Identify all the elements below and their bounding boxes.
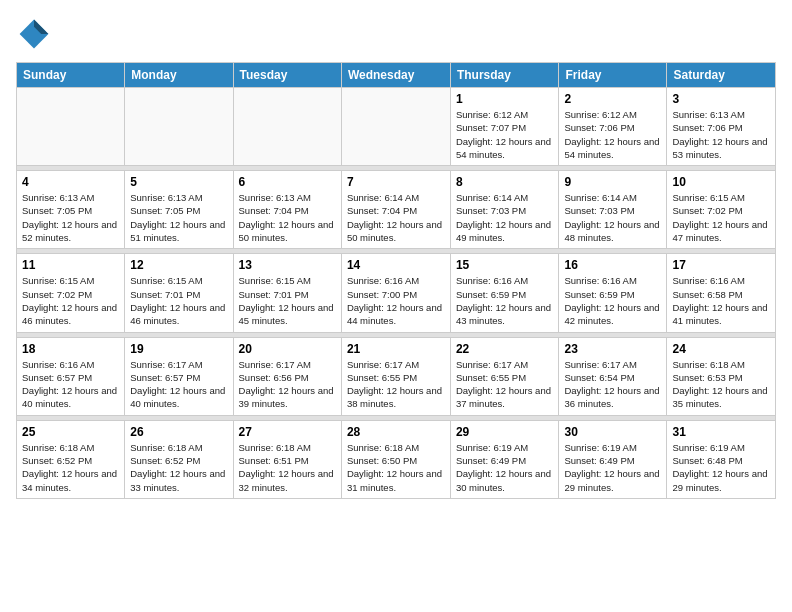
day-info: Sunrise: 6:13 AMSunset: 7:05 PMDaylight:…	[22, 191, 119, 244]
calendar-table: SundayMondayTuesdayWednesdayThursdayFrid…	[16, 62, 776, 499]
calendar-cell: 26Sunrise: 6:18 AMSunset: 6:52 PMDayligh…	[125, 420, 233, 498]
day-number: 14	[347, 258, 445, 272]
day-info: Sunrise: 6:14 AMSunset: 7:03 PMDaylight:…	[564, 191, 661, 244]
day-number: 24	[672, 342, 770, 356]
calendar-cell: 19Sunrise: 6:17 AMSunset: 6:57 PMDayligh…	[125, 337, 233, 415]
day-number: 21	[347, 342, 445, 356]
day-number: 22	[456, 342, 554, 356]
day-info: Sunrise: 6:18 AMSunset: 6:52 PMDaylight:…	[22, 441, 119, 494]
calendar-cell: 8Sunrise: 6:14 AMSunset: 7:03 PMDaylight…	[450, 171, 559, 249]
calendar-cell: 3Sunrise: 6:13 AMSunset: 7:06 PMDaylight…	[667, 88, 776, 166]
day-number: 5	[130, 175, 227, 189]
day-number: 11	[22, 258, 119, 272]
calendar-week-row: 4Sunrise: 6:13 AMSunset: 7:05 PMDaylight…	[17, 171, 776, 249]
calendar-cell: 21Sunrise: 6:17 AMSunset: 6:55 PMDayligh…	[341, 337, 450, 415]
calendar-cell: 18Sunrise: 6:16 AMSunset: 6:57 PMDayligh…	[17, 337, 125, 415]
day-number: 1	[456, 92, 554, 106]
day-number: 29	[456, 425, 554, 439]
day-number: 7	[347, 175, 445, 189]
day-info: Sunrise: 6:17 AMSunset: 6:55 PMDaylight:…	[347, 358, 445, 411]
day-number: 6	[239, 175, 336, 189]
logo-icon	[16, 16, 52, 52]
day-info: Sunrise: 6:13 AMSunset: 7:04 PMDaylight:…	[239, 191, 336, 244]
calendar-cell: 15Sunrise: 6:16 AMSunset: 6:59 PMDayligh…	[450, 254, 559, 332]
weekday-header-monday: Monday	[125, 63, 233, 88]
calendar-cell: 9Sunrise: 6:14 AMSunset: 7:03 PMDaylight…	[559, 171, 667, 249]
day-number: 18	[22, 342, 119, 356]
calendar-cell: 1Sunrise: 6:12 AMSunset: 7:07 PMDaylight…	[450, 88, 559, 166]
calendar-cell: 29Sunrise: 6:19 AMSunset: 6:49 PMDayligh…	[450, 420, 559, 498]
calendar-cell	[341, 88, 450, 166]
weekday-header-tuesday: Tuesday	[233, 63, 341, 88]
day-info: Sunrise: 6:12 AMSunset: 7:07 PMDaylight:…	[456, 108, 554, 161]
day-info: Sunrise: 6:13 AMSunset: 7:06 PMDaylight:…	[672, 108, 770, 161]
calendar-cell: 4Sunrise: 6:13 AMSunset: 7:05 PMDaylight…	[17, 171, 125, 249]
weekday-header-saturday: Saturday	[667, 63, 776, 88]
day-number: 13	[239, 258, 336, 272]
day-number: 25	[22, 425, 119, 439]
day-number: 3	[672, 92, 770, 106]
day-number: 28	[347, 425, 445, 439]
weekday-header-friday: Friday	[559, 63, 667, 88]
calendar-cell	[233, 88, 341, 166]
day-info: Sunrise: 6:17 AMSunset: 6:57 PMDaylight:…	[130, 358, 227, 411]
day-info: Sunrise: 6:16 AMSunset: 6:58 PMDaylight:…	[672, 274, 770, 327]
logo	[16, 16, 56, 52]
day-info: Sunrise: 6:18 AMSunset: 6:50 PMDaylight:…	[347, 441, 445, 494]
weekday-header-thursday: Thursday	[450, 63, 559, 88]
day-number: 23	[564, 342, 661, 356]
day-number: 2	[564, 92, 661, 106]
calendar-cell: 20Sunrise: 6:17 AMSunset: 6:56 PMDayligh…	[233, 337, 341, 415]
calendar-cell: 11Sunrise: 6:15 AMSunset: 7:02 PMDayligh…	[17, 254, 125, 332]
day-number: 15	[456, 258, 554, 272]
calendar-cell: 17Sunrise: 6:16 AMSunset: 6:58 PMDayligh…	[667, 254, 776, 332]
page-header	[16, 16, 776, 52]
day-info: Sunrise: 6:14 AMSunset: 7:04 PMDaylight:…	[347, 191, 445, 244]
calendar-cell: 30Sunrise: 6:19 AMSunset: 6:49 PMDayligh…	[559, 420, 667, 498]
day-info: Sunrise: 6:12 AMSunset: 7:06 PMDaylight:…	[564, 108, 661, 161]
calendar-cell: 24Sunrise: 6:18 AMSunset: 6:53 PMDayligh…	[667, 337, 776, 415]
weekday-header-sunday: Sunday	[17, 63, 125, 88]
day-number: 8	[456, 175, 554, 189]
day-info: Sunrise: 6:19 AMSunset: 6:49 PMDaylight:…	[456, 441, 554, 494]
day-number: 20	[239, 342, 336, 356]
weekday-header-wednesday: Wednesday	[341, 63, 450, 88]
day-number: 17	[672, 258, 770, 272]
calendar-week-row: 1Sunrise: 6:12 AMSunset: 7:07 PMDaylight…	[17, 88, 776, 166]
calendar-cell: 7Sunrise: 6:14 AMSunset: 7:04 PMDaylight…	[341, 171, 450, 249]
day-info: Sunrise: 6:18 AMSunset: 6:52 PMDaylight:…	[130, 441, 227, 494]
calendar-week-row: 18Sunrise: 6:16 AMSunset: 6:57 PMDayligh…	[17, 337, 776, 415]
day-info: Sunrise: 6:18 AMSunset: 6:51 PMDaylight:…	[239, 441, 336, 494]
calendar-cell: 14Sunrise: 6:16 AMSunset: 7:00 PMDayligh…	[341, 254, 450, 332]
day-info: Sunrise: 6:16 AMSunset: 6:59 PMDaylight:…	[564, 274, 661, 327]
day-info: Sunrise: 6:13 AMSunset: 7:05 PMDaylight:…	[130, 191, 227, 244]
day-info: Sunrise: 6:14 AMSunset: 7:03 PMDaylight:…	[456, 191, 554, 244]
day-info: Sunrise: 6:16 AMSunset: 7:00 PMDaylight:…	[347, 274, 445, 327]
day-info: Sunrise: 6:17 AMSunset: 6:55 PMDaylight:…	[456, 358, 554, 411]
calendar-cell: 25Sunrise: 6:18 AMSunset: 6:52 PMDayligh…	[17, 420, 125, 498]
day-info: Sunrise: 6:17 AMSunset: 6:56 PMDaylight:…	[239, 358, 336, 411]
calendar-cell	[17, 88, 125, 166]
day-number: 9	[564, 175, 661, 189]
weekday-header-row: SundayMondayTuesdayWednesdayThursdayFrid…	[17, 63, 776, 88]
calendar-cell: 10Sunrise: 6:15 AMSunset: 7:02 PMDayligh…	[667, 171, 776, 249]
day-info: Sunrise: 6:15 AMSunset: 7:01 PMDaylight:…	[130, 274, 227, 327]
day-info: Sunrise: 6:16 AMSunset: 6:57 PMDaylight:…	[22, 358, 119, 411]
day-info: Sunrise: 6:15 AMSunset: 7:01 PMDaylight:…	[239, 274, 336, 327]
calendar-cell: 5Sunrise: 6:13 AMSunset: 7:05 PMDaylight…	[125, 171, 233, 249]
day-info: Sunrise: 6:15 AMSunset: 7:02 PMDaylight:…	[22, 274, 119, 327]
day-info: Sunrise: 6:19 AMSunset: 6:49 PMDaylight:…	[564, 441, 661, 494]
day-info: Sunrise: 6:19 AMSunset: 6:48 PMDaylight:…	[672, 441, 770, 494]
calendar-week-row: 25Sunrise: 6:18 AMSunset: 6:52 PMDayligh…	[17, 420, 776, 498]
day-number: 4	[22, 175, 119, 189]
day-info: Sunrise: 6:16 AMSunset: 6:59 PMDaylight:…	[456, 274, 554, 327]
day-info: Sunrise: 6:15 AMSunset: 7:02 PMDaylight:…	[672, 191, 770, 244]
day-number: 27	[239, 425, 336, 439]
calendar-cell: 6Sunrise: 6:13 AMSunset: 7:04 PMDaylight…	[233, 171, 341, 249]
calendar-cell: 13Sunrise: 6:15 AMSunset: 7:01 PMDayligh…	[233, 254, 341, 332]
day-info: Sunrise: 6:17 AMSunset: 6:54 PMDaylight:…	[564, 358, 661, 411]
calendar-cell: 2Sunrise: 6:12 AMSunset: 7:06 PMDaylight…	[559, 88, 667, 166]
day-info: Sunrise: 6:18 AMSunset: 6:53 PMDaylight:…	[672, 358, 770, 411]
calendar-cell: 27Sunrise: 6:18 AMSunset: 6:51 PMDayligh…	[233, 420, 341, 498]
day-number: 10	[672, 175, 770, 189]
